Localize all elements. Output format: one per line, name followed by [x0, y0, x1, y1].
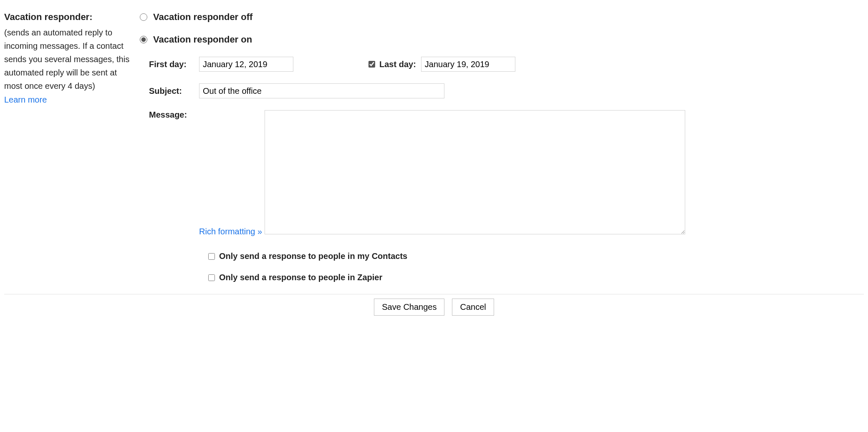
responder-on-radio[interactable] [140, 36, 147, 43]
message-textarea[interactable] [265, 110, 685, 234]
learn-more-link[interactable]: Learn more [4, 95, 47, 105]
last-day-checkbox[interactable] [368, 61, 375, 68]
domain-only-label: Only send a response to people in Zapier [219, 273, 382, 282]
footer: Save Changes Cancel [4, 294, 864, 316]
subject-label: Subject: [149, 86, 199, 96]
section-title: Vacation responder: [4, 12, 131, 23]
contacts-only-checkbox[interactable] [208, 253, 215, 260]
vacation-responder-settings: Vacation responder: (sends an automated … [4, 4, 864, 282]
subject-input[interactable] [199, 83, 444, 98]
domain-only-row[interactable]: Only send a response to people in Zapier [208, 273, 864, 282]
first-day-input[interactable] [199, 57, 293, 72]
responder-off-label: Vacation responder off [153, 12, 252, 23]
responder-on-row[interactable]: Vacation responder on [140, 34, 864, 45]
cancel-button[interactable]: Cancel [452, 299, 494, 316]
rich-formatting-link[interactable]: Rich formatting » [199, 227, 262, 236]
contacts-only-label: Only send a response to people in my Con… [219, 251, 407, 261]
first-day-label: First day: [149, 60, 199, 69]
form-body: First day: Last day: Subject: Message: R… [149, 57, 864, 282]
message-column: Rich formatting » [199, 110, 864, 238]
last-day-input[interactable] [421, 57, 515, 72]
settings-form: Vacation responder off Vacation responde… [140, 4, 864, 282]
domain-only-checkbox[interactable] [208, 274, 215, 281]
save-button[interactable]: Save Changes [374, 299, 444, 316]
last-day-group: Last day: [368, 57, 515, 72]
date-row: First day: Last day: [149, 57, 864, 72]
section-description: (sends an automated reply to incoming me… [4, 26, 131, 93]
message-label: Message: [149, 110, 199, 238]
responder-off-row[interactable]: Vacation responder off [140, 12, 864, 23]
contacts-only-row[interactable]: Only send a response to people in my Con… [208, 251, 864, 261]
responder-on-label: Vacation responder on [153, 34, 252, 45]
subject-row: Subject: [149, 83, 864, 98]
section-info: Vacation responder: (sends an automated … [4, 4, 131, 282]
responder-off-radio[interactable] [140, 13, 147, 21]
last-day-label: Last day: [379, 60, 416, 69]
message-row: Message: Rich formatting » [149, 110, 864, 238]
